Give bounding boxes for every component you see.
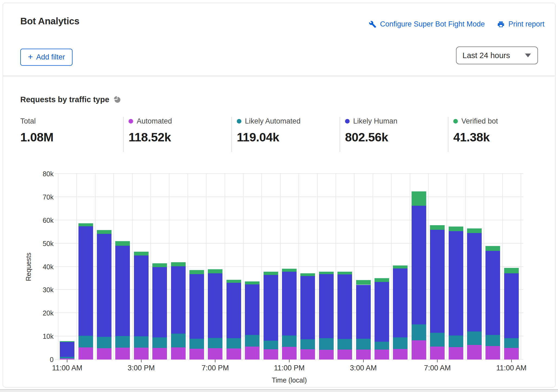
bar-13-12:00 AM[interactable] — [300, 174, 315, 360]
v-gridline — [150, 174, 151, 360]
y-tick-label: 20k — [32, 309, 54, 317]
bar-5-4:00 PM[interactable] — [152, 174, 167, 360]
bar-segment-likely-human — [134, 255, 149, 336]
bar-segment-likely-human — [300, 276, 315, 339]
bar-segment-likely-human — [282, 272, 297, 335]
bar-segment-likely-human — [189, 274, 204, 339]
v-gridline — [261, 174, 262, 360]
bar-8-7:00 PM[interactable] — [208, 174, 222, 360]
bar-16-3:00 AM[interactable] — [356, 174, 371, 360]
likely-human-legend-dot — [345, 119, 350, 124]
bar-14-1:00 AM[interactable] — [319, 174, 334, 360]
bar-segment-likely-automated — [356, 339, 371, 350]
bar-2-1:00 PM[interactable] — [97, 174, 111, 360]
bar-18-5:00 AM[interactable] — [393, 174, 408, 360]
bar-segment-likely-human — [337, 274, 352, 339]
bar-6-5:00 PM[interactable] — [171, 174, 186, 360]
bar-segment-automated — [337, 350, 352, 360]
stat-automated: Automated 118.52k — [129, 117, 226, 144]
bar-segment-verified-bot — [504, 268, 519, 274]
print-report-link[interactable]: Print report — [497, 20, 544, 28]
stat-likely-human-value: 802.56k — [345, 130, 442, 144]
v-gridline — [521, 174, 521, 360]
bar-9-8:00 PM[interactable] — [227, 174, 241, 360]
page: Bot Analytics Configure Super Bot Fight … — [0, 0, 558, 392]
stat-divider — [123, 117, 124, 152]
plot-area — [58, 174, 521, 360]
bar-1-12:00 PM[interactable] — [78, 174, 93, 360]
x-tick-label: 11:00 AM — [40, 364, 94, 372]
bar-21-8:00 AM[interactable] — [449, 174, 463, 360]
stat-divider — [231, 117, 232, 152]
x-tick-mark — [511, 360, 512, 362]
bar-segment-automated — [134, 348, 149, 360]
bar-segment-likely-automated — [227, 338, 241, 348]
configure-super-bot-fight-mode-label: Configure Super Bot Fight Mode — [380, 20, 485, 28]
bar-segment-verified-bot — [97, 230, 111, 234]
bar-segment-verified-bot — [152, 263, 167, 267]
v-gridline — [298, 174, 299, 360]
bar-segment-automated — [189, 349, 204, 360]
bar-segment-verified-bot — [356, 280, 371, 285]
v-gridline — [428, 174, 429, 360]
x-tick-mark — [141, 360, 142, 362]
bar-segment-verified-bot — [393, 265, 408, 268]
bar-segment-likely-human — [264, 275, 278, 340]
bar-segment-likely-automated — [449, 335, 463, 347]
stat-total-value: 1.08M — [20, 130, 118, 144]
bar-segment-verified-bot — [115, 241, 130, 246]
bar-19-6:00 AM[interactable] — [412, 174, 426, 360]
time-range-select[interactable]: Last 24 hours — [456, 46, 538, 64]
bar-segment-automated — [97, 348, 111, 360]
v-gridline — [243, 174, 244, 360]
bar-segment-automated — [171, 347, 186, 360]
bar-4-3:00 PM[interactable] — [134, 174, 149, 360]
bar-segment-automated — [504, 348, 519, 360]
verified-bot-legend-dot — [453, 119, 458, 124]
bar-segment-likely-human — [319, 274, 334, 338]
bar-23-10:00 AM[interactable] — [485, 174, 500, 360]
stat-likely-human-label: Likely Human — [353, 117, 398, 125]
printer-icon — [497, 21, 505, 28]
bar-15-2:00 AM[interactable] — [337, 174, 352, 360]
bar-segment-verified-bot — [412, 191, 426, 205]
bar-11-10:00 PM[interactable] — [264, 174, 278, 360]
stat-total: Total 1.08M — [20, 117, 118, 144]
bar-7-6:00 PM[interactable] — [189, 174, 204, 360]
bar-segment-likely-automated — [504, 338, 519, 348]
header-divider — [3, 76, 555, 76]
chevron-down-icon — [525, 54, 531, 57]
bar-22-9:00 AM[interactable] — [467, 174, 482, 360]
bar-segment-likely-automated — [60, 357, 74, 358]
bar-segment-likely-automated — [393, 337, 408, 349]
x-tick-label: 11:00 AM — [484, 364, 539, 372]
bar-segment-likely-automated — [375, 342, 389, 350]
bar-10-9:00 PM[interactable] — [245, 174, 260, 360]
y-axis-title: Requests — [25, 237, 33, 297]
automated-legend-dot — [129, 119, 133, 124]
v-gridline — [188, 174, 188, 360]
configure-super-bot-fight-mode-link[interactable]: Configure Super Bot Fight Mode — [369, 20, 485, 28]
bar-segment-automated — [245, 347, 260, 360]
stat-likely-human: Likely Human 802.56k — [345, 117, 442, 144]
v-gridline — [336, 174, 336, 360]
v-gridline — [206, 174, 206, 360]
bar-segment-verified-bot — [485, 246, 500, 251]
bar-segment-likely-automated — [134, 336, 149, 348]
bar-24-11:00 AM[interactable] — [504, 174, 519, 360]
bar-3-2:00 PM[interactable] — [115, 174, 130, 360]
x-tick-label: 11:00 PM — [262, 364, 316, 372]
bar-17-4:00 AM[interactable] — [375, 174, 389, 360]
bar-segment-likely-human — [375, 282, 389, 342]
bar-segment-verified-bot — [134, 252, 149, 256]
v-gridline — [410, 174, 410, 360]
add-filter-button[interactable]: + Add filter — [20, 49, 73, 66]
bar-segment-likely-human — [60, 342, 74, 357]
bar-segment-likely-automated — [171, 334, 186, 348]
stat-verified-bot-label: Verified bot — [461, 117, 498, 125]
bar-segment-likely-human — [393, 268, 408, 337]
bar-segment-likely-human — [504, 273, 519, 338]
bar-0-11:00 AM[interactable] — [60, 174, 74, 360]
bar-20-7:00 AM[interactable] — [430, 174, 445, 360]
bar-12-11:00 PM[interactable] — [282, 174, 297, 360]
